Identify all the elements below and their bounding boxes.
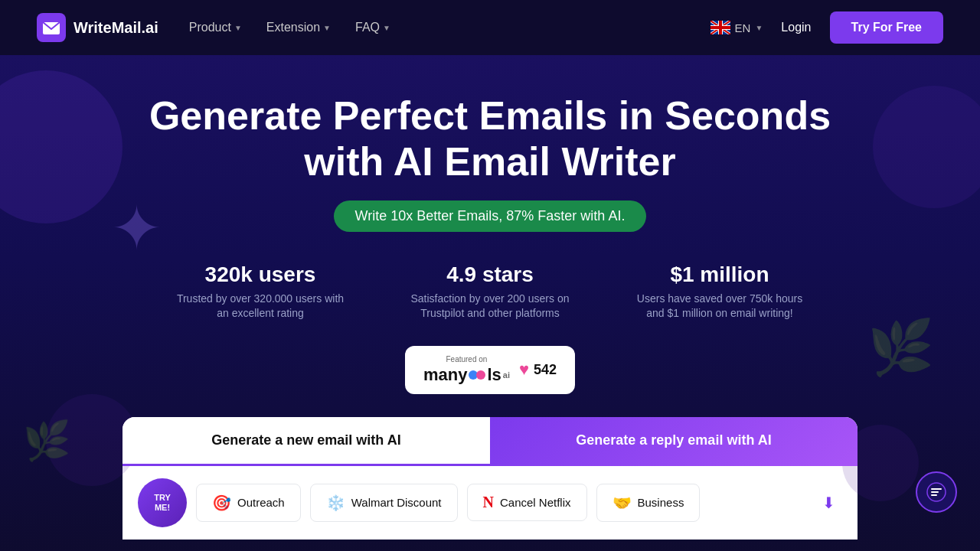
chip-business-label: Business	[638, 496, 684, 509]
hero-title: Generate Perfect Emails in Seconds with …	[145, 93, 835, 185]
nav-product[interactable]: Product ▼	[189, 21, 242, 34]
svg-rect-5	[710, 26, 730, 29]
hero-section: ✦ 🌿 🌿 Generate Perfect Emails in Seconds…	[0, 55, 980, 551]
manytools-ols-text: ls	[487, 365, 501, 385]
deco-leaf-right: 🌿	[867, 316, 934, 379]
chat-button[interactable]	[916, 471, 957, 513]
manytools-count: 542	[534, 362, 557, 378]
walmart-icon: ❄️	[326, 494, 345, 512]
login-button[interactable]: Login	[781, 21, 811, 34]
logo-icon	[37, 13, 66, 42]
stat-stars-desc: Satisfaction by over 200 users on Trustp…	[406, 292, 574, 321]
chip-netflix[interactable]: N Cancel Netflix	[467, 484, 587, 521]
stat-million-value: $1 million	[635, 262, 804, 287]
try-me-text: TRYME!	[154, 493, 171, 513]
tabs: Generate a new email with AI Generate a …	[122, 417, 858, 466]
stat-million-desc: Users have saved over 750k hours and $1 …	[635, 292, 804, 321]
chevron-down-icon: ▼	[234, 24, 242, 32]
tab-new-email[interactable]: Generate a new email with AI	[122, 417, 490, 466]
chip-walmart[interactable]: ❄️ Walmart Discount	[310, 484, 458, 522]
manytools-badge: Featured on many ls ai ♥ 542	[405, 346, 575, 394]
arrow-down-icon: ⬇	[822, 494, 835, 512]
deco-star-left: ✦	[111, 193, 162, 264]
chip-business[interactable]: 🤝 Business	[596, 484, 701, 522]
manytools-featured-label: Featured on	[423, 355, 510, 364]
chip-outreach-label: Outreach	[237, 496, 285, 509]
tab-reply-email[interactable]: Generate a reply email with AI	[490, 417, 858, 466]
nav-left: WriteMail.ai Product ▼ Extension ▼ FAQ ▼	[37, 13, 390, 42]
stat-users-value: 320k users	[176, 262, 345, 287]
business-icon: 🤝	[612, 494, 632, 512]
deco-leaf-left: 🌿	[23, 419, 70, 463]
try-me-badge: TRYME!	[138, 478, 187, 527]
chip-walmart-label: Walmart Discount	[351, 496, 442, 509]
tab-section: Generate a new email with AI Generate a …	[122, 417, 858, 466]
lang-label: EN	[735, 21, 751, 34]
logo-text: WriteMail.ai	[74, 19, 158, 37]
nav-extension[interactable]: Extension ▼	[266, 21, 331, 34]
hero-badge: Write 10x Better Emails, 87% Faster with…	[334, 201, 647, 232]
stats-section: 320k users Trusted by over 320.000 users…	[31, 262, 949, 321]
stat-stars: 4.9 stars Satisfaction by over 200 users…	[406, 262, 574, 321]
chat-icon	[926, 482, 946, 502]
chevron-down-icon: ▼	[323, 24, 331, 32]
stat-users-desc: Trusted by over 320.000 users with an ex…	[176, 292, 345, 321]
try-for-free-button[interactable]: Try For Free	[830, 11, 943, 44]
dot-pink-icon	[476, 370, 485, 380]
nav-faq[interactable]: FAQ ▼	[355, 21, 390, 34]
navbar: WriteMail.ai Product ▼ Extension ▼ FAQ ▼	[0, 0, 980, 55]
stat-stars-value: 4.9 stars	[406, 262, 574, 287]
scroll-down-button[interactable]: ⬇	[815, 489, 842, 517]
blob-1	[0, 70, 122, 223]
language-selector[interactable]: EN ▼	[710, 21, 763, 34]
chip-netflix-label: Cancel Netflix	[500, 496, 571, 509]
manytools-right: ♥ 542	[519, 360, 557, 380]
manytools-name-text: many	[423, 365, 467, 385]
nav-links: Product ▼ Extension ▼ FAQ ▼	[189, 21, 390, 34]
chip-outreach[interactable]: 🎯 Outreach	[196, 484, 301, 522]
lang-chevron-icon: ▼	[755, 24, 763, 32]
manytools-logo: many ls ai	[423, 365, 510, 385]
chips-section: TRYME! 🎯 Outreach ❄️ Walmart Discount N …	[122, 466, 858, 540]
stat-million: $1 million Users have saved over 750k ho…	[635, 262, 804, 321]
flag-icon	[710, 21, 730, 34]
heart-icon: ♥	[519, 360, 529, 380]
nav-right: EN ▼ Login Try For Free	[710, 11, 943, 44]
stat-users: 320k users Trusted by over 320.000 users…	[176, 262, 345, 321]
logo[interactable]: WriteMail.ai	[37, 13, 158, 42]
netflix-icon: N	[483, 494, 494, 511]
blob-3	[873, 86, 980, 208]
chevron-down-icon: ▼	[383, 24, 390, 32]
manytools-ai-text: ai	[503, 370, 510, 380]
outreach-icon: 🎯	[212, 494, 231, 512]
manytools-left: Featured on many ls ai	[423, 355, 510, 385]
